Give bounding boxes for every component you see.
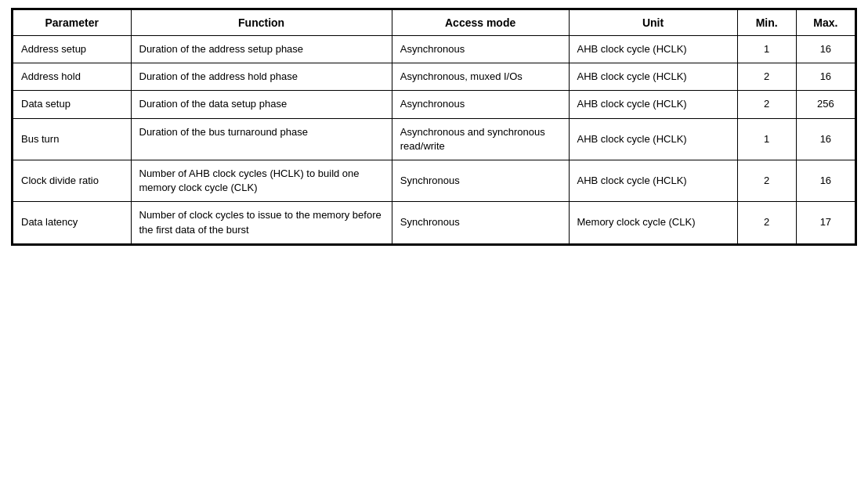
cell-function: Number of AHB clock cycles (HCLK) to bui… — [131, 160, 392, 201]
cell-max: 16 — [796, 36, 855, 63]
table-row: Clock divide ratioNumber of AHB clock cy… — [13, 160, 855, 201]
table-row: Bus turnDuration of the bus turnaround p… — [13, 118, 855, 160]
cell-function: Duration of the address hold phase — [131, 63, 392, 91]
table-row: Data latencyNumber of clock cycles to is… — [13, 202, 855, 243]
cell-min: 2 — [737, 63, 796, 91]
table-row: Address setupDuration of the address set… — [13, 36, 855, 63]
parameters-table: Parameter Function Access mode Unit Min.… — [13, 9, 855, 244]
cell-function: Duration of the address setup phase — [131, 36, 392, 63]
header-access-mode: Access mode — [392, 10, 569, 36]
cell-max: 17 — [796, 202, 855, 243]
cell-access-mode: Asynchronous — [392, 91, 569, 118]
cell-parameter: Data setup — [13, 91, 132, 118]
cell-min: 2 — [737, 202, 796, 243]
cell-unit: AHB clock cycle (HCLK) — [569, 91, 737, 118]
cell-min: 1 — [737, 36, 796, 63]
cell-parameter: Address hold — [13, 63, 132, 91]
cell-access-mode: Asynchronous and synchronous read/write — [392, 118, 569, 160]
cell-unit: AHB clock cycle (HCLK) — [569, 63, 737, 91]
cell-access-mode: Synchronous — [392, 160, 569, 201]
cell-function: Duration of the bus turnaround phase — [131, 118, 392, 160]
table-row: Address holdDuration of the address hold… — [13, 63, 855, 91]
cell-min: 2 — [737, 91, 796, 118]
cell-function: Number of clock cycles to issue to the m… — [131, 202, 392, 243]
header-max: Max. — [796, 10, 855, 36]
cell-max: 256 — [796, 91, 855, 118]
cell-unit: AHB clock cycle (HCLK) — [569, 118, 737, 160]
cell-max: 16 — [796, 118, 855, 160]
cell-function: Duration of the data setup phase — [131, 91, 392, 118]
table-row: Data setupDuration of the data setup pha… — [13, 91, 855, 118]
cell-parameter: Data latency — [13, 202, 132, 243]
main-table-container: Parameter Function Access mode Unit Min.… — [11, 8, 857, 246]
cell-max: 16 — [796, 160, 855, 201]
header-min: Min. — [737, 10, 796, 36]
cell-unit: Memory clock cycle (CLK) — [569, 202, 737, 243]
cell-parameter: Address setup — [13, 36, 132, 63]
cell-access-mode: Synchronous — [392, 202, 569, 243]
cell-access-mode: Asynchronous — [392, 36, 569, 63]
cell-unit: AHB clock cycle (HCLK) — [569, 160, 737, 201]
cell-unit: AHB clock cycle (HCLK) — [569, 36, 737, 63]
cell-min: 1 — [737, 118, 796, 160]
header-function: Function — [131, 10, 392, 36]
cell-parameter: Bus turn — [13, 118, 132, 160]
cell-min: 2 — [737, 160, 796, 201]
header-parameter: Parameter — [13, 10, 132, 36]
header-unit: Unit — [569, 10, 737, 36]
header-row: Parameter Function Access mode Unit Min.… — [13, 10, 855, 36]
cell-parameter: Clock divide ratio — [13, 160, 132, 201]
cell-access-mode: Asynchronous, muxed I/Os — [392, 63, 569, 91]
cell-max: 16 — [796, 63, 855, 91]
